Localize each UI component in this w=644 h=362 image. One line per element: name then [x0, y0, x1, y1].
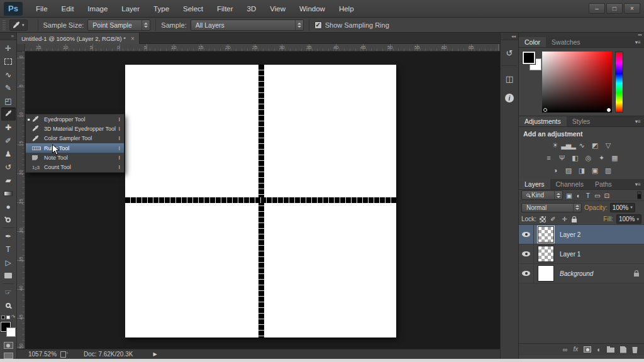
visibility-cell[interactable] [519, 244, 534, 263]
history-brush-tool[interactable]: ↺ [1, 160, 16, 173]
lock-paint-icon[interactable]: ✐ [549, 216, 557, 222]
tab-close-icon[interactable]: × [131, 35, 135, 42]
type-tool[interactable]: T [1, 243, 16, 256]
layer-row-layer-2[interactable]: Layer 2 [519, 225, 644, 244]
add-mask-icon[interactable] [584, 346, 591, 353]
curves-icon[interactable]: ∿ [576, 140, 587, 150]
threshold-icon[interactable]: ◨ [576, 165, 587, 175]
document-tab[interactable]: Untitled-1 @ 1060% (Layer 2, RGB/8) * × [17, 33, 140, 44]
opacity-value-box[interactable]: 100% ▾ [610, 203, 635, 212]
photo-filter-icon[interactable]: ◎ [583, 153, 594, 163]
menu-help[interactable]: Help [332, 0, 361, 18]
background-color-swatch[interactable] [6, 327, 16, 337]
filter-toggle[interactable] [637, 191, 641, 199]
link-layers-icon[interactable]: ∞ [563, 346, 568, 353]
menu-3d[interactable]: 3D [240, 0, 264, 18]
flyout-item-ruler-tool[interactable]: Ruler ToolI [26, 143, 124, 153]
fill-value-box[interactable]: 100% ▾ [616, 214, 641, 224]
move-tool[interactable]: ✛ [1, 41, 16, 55]
layer-row-background[interactable]: Background [519, 264, 644, 283]
layers-tab-paths[interactable]: Paths [589, 179, 618, 189]
layer-thumbnail[interactable] [538, 226, 554, 243]
menu-view[interactable]: View [263, 0, 292, 18]
filter-shape-icon[interactable]: ▭ [593, 192, 602, 199]
show-sampling-ring-checkbox[interactable]: ✓ [314, 21, 322, 29]
hue-saturation-icon[interactable]: ≡ [543, 153, 554, 163]
hand-tool[interactable]: ☞ [1, 285, 16, 299]
delete-layer-icon[interactable] [632, 346, 638, 353]
saturation-handle[interactable] [607, 108, 611, 112]
exposure-icon[interactable]: ◩ [589, 140, 600, 150]
layers-tab-channels[interactable]: Channels [550, 179, 589, 189]
pen-tool[interactable]: ✒ [1, 229, 16, 243]
lock-transparency-icon[interactable] [540, 216, 546, 222]
sample-size-dropdown[interactable]: Point Sample [87, 19, 150, 31]
lasso-tool[interactable]: ∿ [1, 68, 16, 81]
blend-mode-dropdown[interactable]: Normal [521, 203, 582, 212]
color-lookup-icon[interactable]: ▦ [609, 153, 620, 163]
canvas[interactable] [125, 65, 396, 337]
flyout-item-note-tool[interactable]: Note ToolI [26, 153, 124, 162]
menu-layer[interactable]: Layer [114, 0, 147, 18]
menu-image[interactable]: Image [80, 0, 114, 18]
eraser-tool[interactable]: ▰ [1, 173, 16, 187]
menu-window[interactable]: Window [292, 0, 332, 18]
shape-tool[interactable] [1, 269, 16, 282]
filter-pixel-icon[interactable]: ▣ [565, 192, 574, 199]
menu-filter[interactable]: Filter [210, 0, 240, 18]
brightness-contrast-icon[interactable]: ☀ [550, 140, 560, 150]
menu-file[interactable]: File [29, 0, 55, 18]
status-options-arrow-icon[interactable]: ▶ [153, 351, 157, 357]
close-button[interactable]: × [624, 3, 640, 14]
blur-tool[interactable]: ● [1, 200, 16, 213]
color-panel-menu-icon[interactable]: ▾≡ [635, 37, 644, 47]
flyout-item-color-sampler-tool[interactable]: Color Sampler ToolI [26, 134, 124, 143]
visibility-cell[interactable] [519, 264, 534, 283]
current-tool-button[interactable]: ▾ [9, 19, 28, 31]
properties-icon[interactable]: ◫ [502, 72, 516, 85]
layer-thumbnail[interactable] [538, 265, 554, 282]
brush-tool[interactable]: ✐ [1, 134, 16, 147]
screen-mode-button[interactable] [4, 353, 13, 359]
channel-mixer-icon[interactable]: ✦ [596, 153, 607, 163]
new-layer-icon[interactable] [620, 346, 626, 353]
new-adjustment-icon[interactable]: ◐ [597, 346, 601, 353]
lock-all-icon[interactable] [572, 219, 577, 222]
zoom-level-field[interactable]: 1057.52% [28, 351, 57, 358]
color-tab-color[interactable]: Color [519, 37, 546, 47]
default-colors-icon[interactable]: ↷ [1, 314, 16, 320]
color-balance-icon[interactable]: Ψ [557, 153, 567, 163]
color-tab-swatches[interactable]: Swatches [546, 37, 586, 47]
black-white-icon[interactable]: ◧ [570, 153, 580, 163]
gradient-map-icon[interactable]: ▥ [602, 165, 613, 175]
layer-style-icon[interactable]: fx [574, 346, 579, 353]
saturation-field[interactable] [542, 52, 612, 112]
info-icon[interactable]: i [502, 91, 516, 105]
minimize-button[interactable]: – [589, 3, 605, 14]
swap-colors-icon[interactable]: ↷ [11, 314, 16, 320]
layers-panel-menu-icon[interactable]: ▾≡ [635, 179, 644, 189]
selective-color-icon[interactable]: ▣ [589, 165, 600, 175]
filter-kind-dropdown[interactable]: Kind [521, 190, 563, 200]
eyedropper-tool[interactable] [1, 107, 16, 121]
layer-row-layer-1[interactable]: Layer 1 [519, 244, 644, 264]
crop-tool[interactable]: ◰ [1, 94, 16, 107]
new-group-icon[interactable] [607, 346, 614, 353]
adjustments-tab-adjustments[interactable]: Adjustments [519, 116, 567, 126]
flyout-item-3d-material-eyedropper-tool[interactable]: 3D Material Eyedropper ToolI [26, 124, 124, 133]
clone-stamp-tool[interactable]: ♟ [1, 147, 16, 160]
quick-mask-button[interactable] [4, 342, 13, 349]
toolbar-collapse-icon[interactable]: » [0, 33, 16, 40]
flyout-item-count-tool[interactable]: 1₂3Count ToolI [26, 162, 124, 172]
vibrance-icon[interactable]: ▽ [602, 140, 613, 150]
filter-adjustment-icon[interactable]: ◐ [574, 192, 583, 199]
history-icon[interactable]: ↺ [502, 46, 516, 60]
lock-position-icon[interactable]: ✛ [560, 216, 569, 222]
levels-icon[interactable]: ▃▅▂ [563, 140, 574, 150]
pasteboard[interactable] [25, 52, 500, 349]
layer-thumbnail[interactable] [538, 246, 554, 262]
sample-dropdown[interactable]: All Layers [191, 19, 304, 31]
posterize-icon[interactable]: ▨ [563, 165, 574, 175]
menu-edit[interactable]: Edit [55, 0, 81, 18]
menu-type[interactable]: Type [147, 0, 176, 18]
